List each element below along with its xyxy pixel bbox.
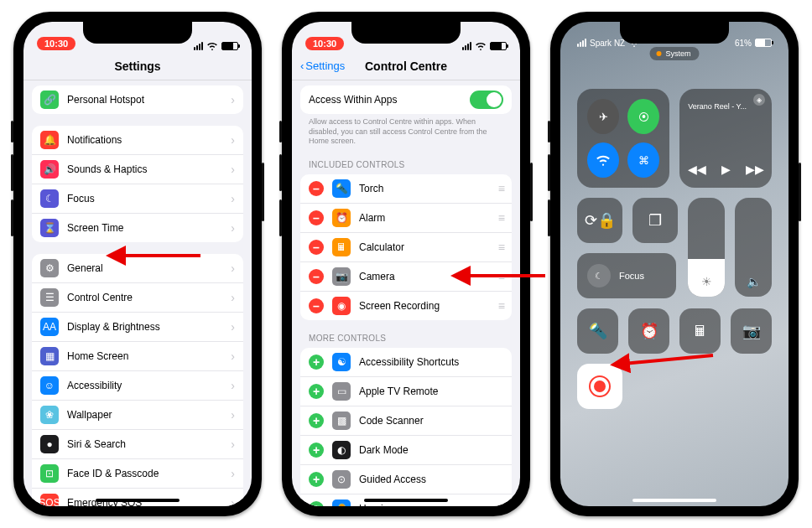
alarm-icon: ⏰	[332, 209, 351, 227]
drag-handle-icon[interactable]: ≡	[498, 182, 503, 195]
add-button[interactable]: +	[309, 472, 324, 487]
settings-row[interactable]: ☰Control Centre›	[32, 283, 243, 313]
settings-row[interactable]: –◉Screen Recording≡	[300, 292, 512, 320]
phone-control-centre: Spark NZ 61% System ✈ ⦿ ⌘ ◈ Verano Reel …	[550, 12, 799, 516]
remove-button[interactable]: –	[309, 240, 324, 255]
next-track-button[interactable]: ▶▶	[746, 163, 764, 176]
add-button[interactable]: +	[309, 443, 324, 458]
play-button[interactable]: ▶	[721, 163, 731, 176]
bluetooth-toggle[interactable]: ⌘	[627, 142, 659, 178]
qr-icon: ▩	[332, 412, 351, 430]
row-access-within-apps: Access Within Apps	[300, 85, 512, 114]
back-button[interactable]: ‹Settings	[300, 60, 345, 72]
settings-row[interactable]: +▭Apple TV Remote	[300, 377, 512, 406]
section-included: Included Controls	[309, 160, 503, 169]
settings-row[interactable]: 🔔Notifications›	[32, 126, 243, 155]
settings-row[interactable]: –🖩Calculator≡	[300, 233, 512, 262]
annotation-arrow	[617, 349, 717, 376]
drag-handle-icon[interactable]: ≡	[498, 211, 503, 225]
row-label: Hearing	[359, 503, 503, 506]
grid-icon: ▦	[40, 347, 59, 365]
gear-icon: ⚙	[40, 259, 59, 277]
drag-handle-icon[interactable]: ≡	[498, 299, 503, 313]
row-label: Code Scanner	[359, 415, 503, 427]
screen-record-tile[interactable]	[577, 364, 622, 409]
chevron-right-icon: ›	[231, 379, 235, 392]
record-icon: ◉	[332, 297, 351, 315]
settings-row[interactable]: ☺Accessibility›	[32, 371, 243, 401]
carrier-label: Spark NZ	[590, 39, 625, 48]
airplay-icon[interactable]: ◈	[753, 94, 765, 106]
battery-icon	[221, 42, 238, 50]
row-label: Notifications	[67, 134, 231, 146]
chevron-right-icon: ›	[231, 93, 235, 106]
row-label: Apple TV Remote	[359, 386, 503, 397]
aa-icon: AA	[40, 318, 59, 336]
add-button[interactable]: +	[309, 355, 324, 370]
bell-icon: 🔔	[40, 131, 59, 149]
nav-header: ‹Settings Control Centre	[292, 52, 520, 80]
group-access: Access Within Apps	[300, 85, 512, 114]
camera-icon: 📷	[742, 322, 761, 340]
settings-row[interactable]: +◐Dark Mode	[300, 436, 512, 465]
add-button[interactable]: +	[309, 384, 324, 399]
rotation-lock-tile[interactable]: ⟳🔒	[577, 198, 622, 243]
settings-row[interactable]: SOSEmergency SOS›	[32, 489, 243, 506]
connectivity-panel[interactable]: ✈ ⦿ ⌘	[577, 89, 669, 188]
settings-row[interactable]: 🔊Sounds & Haptics›	[32, 155, 243, 184]
volume-slider[interactable]: 🔈	[735, 198, 772, 297]
record-icon	[589, 375, 611, 397]
prev-track-button[interactable]: ◀◀	[688, 163, 706, 176]
home-indicator[interactable]	[96, 499, 180, 502]
settings-row[interactable]: 🔗Personal Hotspot›	[32, 85, 243, 114]
wifi-toggle[interactable]	[587, 142, 619, 178]
calculator-tile[interactable]: 🖩	[679, 308, 721, 354]
settings-row[interactable]: ❀Wallpaper›	[32, 401, 243, 430]
alarm-tile[interactable]: ⏰	[628, 308, 669, 354]
settings-row[interactable]: +⊙Guided Access	[300, 465, 512, 494]
svg-line-2	[623, 355, 713, 364]
settings-row[interactable]: ●Siri & Search›	[32, 430, 243, 459]
settings-row[interactable]: +☯Accessibility Shortcuts	[300, 348, 512, 377]
torch-tile[interactable]: 🔦	[577, 308, 618, 354]
settings-row[interactable]: ☾Focus›	[32, 184, 243, 214]
wifi-icon	[475, 42, 487, 50]
add-button[interactable]: +	[309, 501, 324, 506]
settings-row[interactable]: AADisplay & Brightness›	[32, 313, 243, 342]
remove-button[interactable]: –	[309, 181, 324, 196]
brightness-slider[interactable]: ☀	[688, 198, 725, 297]
chevron-right-icon: ›	[231, 221, 235, 235]
mirror-icon: ❐	[648, 211, 662, 230]
torch-icon: 🔦	[332, 179, 351, 198]
remove-button[interactable]: –	[309, 298, 324, 313]
airplane-icon: ✈	[599, 111, 608, 123]
screen-mirror-tile[interactable]: ❐	[632, 198, 678, 243]
remove-button[interactable]: –	[309, 210, 324, 225]
sos-icon: SOS	[40, 494, 59, 506]
chevron-left-icon: ‹	[300, 60, 304, 72]
add-button[interactable]: +	[309, 413, 324, 428]
remove-button[interactable]: –	[309, 269, 324, 284]
home-indicator[interactable]	[364, 499, 448, 502]
toggle-access[interactable]	[470, 91, 503, 109]
page-title: Control Centre	[365, 60, 447, 73]
row-label: Alarm	[359, 212, 498, 224]
settings-row[interactable]: ⊡Face ID & Passcode›	[32, 459, 243, 489]
media-panel[interactable]: ◈ Verano Reel - Y... ◀◀ ▶ ▶▶	[679, 89, 772, 188]
drag-handle-icon[interactable]: ≡	[498, 241, 503, 254]
settings-row[interactable]: +▩Code Scanner	[300, 406, 512, 436]
cellular-toggle[interactable]: ⦿	[627, 99, 659, 134]
settings-row[interactable]: –🔦Torch≡	[300, 174, 512, 204]
settings-row[interactable]: ⌛Screen Time›	[32, 214, 243, 242]
airplane-toggle[interactable]: ✈	[587, 99, 619, 134]
darkmode-icon: ◐	[332, 441, 351, 459]
focus-label: Focus	[619, 271, 644, 281]
home-indicator[interactable]	[632, 499, 716, 502]
camera-tile[interactable]: 📷	[731, 308, 772, 354]
settings-row[interactable]: –⏰Alarm≡	[300, 204, 512, 233]
settings-row[interactable]: ▦Home Screen›	[32, 342, 243, 371]
chevron-right-icon: ›	[231, 496, 235, 506]
privacy-pill[interactable]: System	[649, 47, 699, 60]
remote-icon: ▭	[332, 382, 351, 401]
focus-tile[interactable]: ☾ Focus	[577, 253, 676, 298]
